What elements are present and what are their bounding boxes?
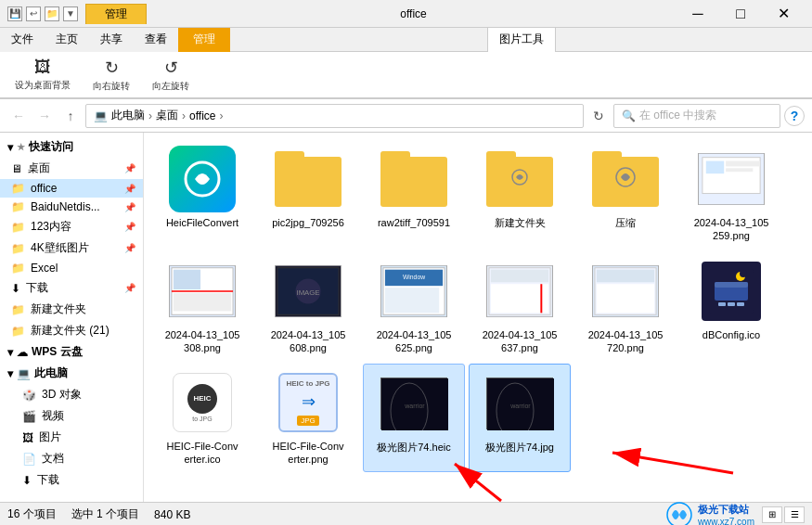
file-item-compress[interactable]: 压缩 — [574, 140, 677, 249]
newfolder-thumb — [486, 146, 553, 212]
heic-ico-thumb: HEIC to JPG — [169, 369, 236, 436]
help-button[interactable]: ? — [784, 106, 805, 126]
svg-rect-30 — [597, 284, 654, 313]
sidebar-item-docs[interactable]: 📄 文档 — [0, 448, 143, 469]
tab-home[interactable]: 主页 — [45, 28, 89, 52]
raw2tiff-label: raw2tiff_709591 — [378, 216, 450, 229]
view-large-icon[interactable]: ⊞ — [762, 506, 782, 523]
pictures-icon: 🖼 — [22, 431, 33, 444]
sidebar-item-download1[interactable]: ⬇ 下载 📌 — [0, 277, 143, 299]
sidebar-label-dl2: 下载 — [37, 472, 59, 488]
tab-share[interactable]: 共享 — [89, 28, 134, 52]
forward-button[interactable]: → — [33, 105, 56, 127]
file-item-ss608[interactable]: IMAGE 2024-04-13_105608.png — [257, 252, 359, 361]
file-item-aurora-heic[interactable]: warrior 极光图片74.heic — [363, 364, 465, 472]
this-pc-header[interactable]: ▾ 💻 此电脑 — [0, 363, 143, 384]
svg-rect-34 — [718, 302, 726, 306]
window-title: office — [150, 7, 677, 20]
file-item-ss259[interactable]: 2024-04-13_105259.png — [680, 140, 782, 249]
heic-png-thumb: HEIC to JPG ⇒ JPG — [275, 369, 342, 436]
ribbon-rotate-left[interactable]: ↺ 向左旋转 — [145, 54, 197, 96]
sidebar-item-newfolder1[interactable]: 📁 新建文件夹 — [0, 299, 143, 320]
svg-rect-35 — [728, 302, 735, 306]
sidebar-item-excel[interactable]: 📁 Excel — [0, 259, 143, 277]
wps-cloud-header[interactable]: ▾ ☁ WPS 云盘 — [0, 341, 143, 363]
sidebar-item-newfolder21[interactable]: 📁 新建文件夹 (21) — [0, 320, 143, 341]
tab-file[interactable]: 文件 — [0, 28, 45, 52]
file-item-aurora-jpg[interactable]: warrior 极光图片74.jpg — [469, 364, 571, 472]
sidebar-item-office[interactable]: 📁 office 📌 — [0, 179, 143, 198]
quick-access-label: 快速访问 — [29, 139, 73, 155]
up-button[interactable]: ↑ — [59, 105, 82, 127]
folder-icon-excel: 📁 — [11, 262, 25, 275]
file-item-heicfileconvert[interactable]: HeicFileConvert — [151, 140, 253, 249]
sidebar-label-4k: 4K壁纸图片 — [31, 240, 89, 256]
star-icon: ★ — [17, 142, 25, 152]
pin-icon-dl1: 📌 — [124, 283, 135, 293]
ribbon-rotate-right[interactable]: ↻ 向右旋转 — [85, 54, 137, 96]
status-right: 极光下载站 www.xz7.com ⊞ ☰ — [666, 502, 805, 526]
ribbon-set-background[interactable]: 🖼 设为桌面背景 — [7, 54, 78, 96]
file-item-heic-ico[interactable]: HEIC to JPG HEIC-File-Converter.ico — [151, 364, 253, 472]
title-bar: 💾 ↩ 📁 ▼ 管理 office ─ □ ✕ — [0, 0, 812, 28]
compress-label: 压缩 — [615, 216, 636, 229]
pin-icon-4k: 📌 — [124, 243, 135, 253]
file-item-raw2tiff[interactable]: raw2tiff_709591 — [363, 140, 465, 249]
sidebar: ▾ ★ 快速访问 🖥 桌面 📌 📁 office 📌 📁 BaiduNetdis… — [0, 133, 144, 502]
sidebar-item-3d[interactable]: 🎲 3D 对象 — [0, 384, 143, 405]
file-item-dbconfig[interactable]: dBConfig.ico — [680, 252, 782, 361]
sidebar-item-video[interactable]: 🎬 视频 — [0, 405, 143, 427]
tab-picture-tools[interactable]: 图片工具 — [487, 28, 556, 52]
set-bg-icon: 🖼 — [34, 58, 51, 77]
this-pc-label: 此电脑 — [34, 365, 68, 381]
file-item-heic-png[interactable]: HEIC to JPG ⇒ JPG HEIC-File-Converter.pn… — [257, 364, 359, 472]
svg-text:Window: Window — [403, 274, 425, 280]
undo-icon[interactable]: ↩ — [26, 6, 41, 21]
back-button[interactable]: ← — [7, 105, 30, 127]
file-item-ss637[interactable]: 2024-04-13_105637.png — [469, 252, 571, 361]
sidebar-item-123[interactable]: 📁 123内容 📌 — [0, 216, 143, 237]
refresh-button[interactable]: ↻ — [587, 105, 610, 127]
file-item-ss720[interactable]: 2024-04-13_105720.png — [574, 252, 677, 361]
tab-manage[interactable]: 管理 — [178, 28, 230, 52]
folder-icon-new1: 📁 — [11, 303, 25, 316]
sidebar-label-dl1: 下载 — [26, 280, 48, 296]
pin-icon-baidu: 📌 — [124, 202, 135, 212]
aurora-heic-label: 极光图片74.heic — [377, 441, 450, 454]
file-item-ss625[interactable]: Window 2024-04-13_105625.png — [363, 252, 465, 361]
file-area: HeicFileConvert pic2jpg_709256 raw2tiff_… — [144, 133, 812, 502]
sidebar-item-baidunetdisk[interactable]: 📁 BaiduNetdis... 📌 — [0, 198, 143, 216]
view-list-icon[interactable]: ☰ — [784, 506, 805, 523]
sidebar-label-3d: 3D 对象 — [42, 387, 82, 403]
quick-access-toolbar-icon[interactable]: 💾 — [7, 6, 22, 21]
status-bar: 16 个项目 选中 1 个项目 840 KB 极光下载站 www.xz7.com… — [0, 502, 812, 525]
minimize-button[interactable]: ─ — [677, 0, 719, 28]
rotate-left-icon: ↺ — [164, 58, 178, 78]
maximize-button[interactable]: □ — [719, 0, 762, 28]
ss637-label: 2024-04-13_105637.png — [483, 328, 558, 355]
sidebar-item-download2[interactable]: ⬇ 下载 — [0, 469, 143, 491]
svg-rect-24 — [491, 269, 548, 282]
pin-icon-office: 📌 — [124, 184, 135, 194]
search-box[interactable]: 🔍 在 office 中搜索 — [613, 104, 780, 128]
sidebar-item-pictures[interactable]: 🖼 图片 — [0, 427, 143, 448]
ribbon-content: 🖼 设为桌面背景 ↻ 向右旋转 ↺ 向左旋转 — [0, 52, 812, 98]
sidebar-label-baidu: BaiduNetdis... — [31, 200, 100, 213]
dropdown-icon[interactable]: ▼ — [63, 6, 78, 21]
file-item-pic2jpg[interactable]: pic2jpg_709256 — [257, 140, 359, 249]
sidebar-item-desktop[interactable]: 🖥 桌面 📌 — [0, 158, 143, 179]
manage-tab[interactable]: 管理 — [85, 4, 147, 24]
aurora-heic-thumb: warrior — [380, 370, 447, 437]
address-path[interactable]: 💻 此电脑 › 桌面 › office › — [85, 104, 584, 128]
watermark-text: 极光下载站 www.xz7.com — [698, 503, 754, 526]
sidebar-label-video: 视频 — [42, 408, 64, 424]
pc-icon: 💻 — [17, 367, 31, 380]
quick-access-header[interactable]: ▾ ★ 快速访问 — [0, 136, 143, 158]
close-button[interactable]: ✕ — [762, 0, 805, 28]
path-folder: office — [189, 109, 215, 122]
file-item-ss308[interactable]: 2024-04-13_105308.png — [151, 252, 253, 361]
tab-view[interactable]: 查看 — [134, 28, 178, 52]
file-item-newfolder[interactable]: 新建文件夹 — [469, 140, 571, 249]
sidebar-item-4k[interactable]: 📁 4K壁纸图片 📌 — [0, 237, 143, 259]
compress-thumb — [592, 146, 659, 212]
